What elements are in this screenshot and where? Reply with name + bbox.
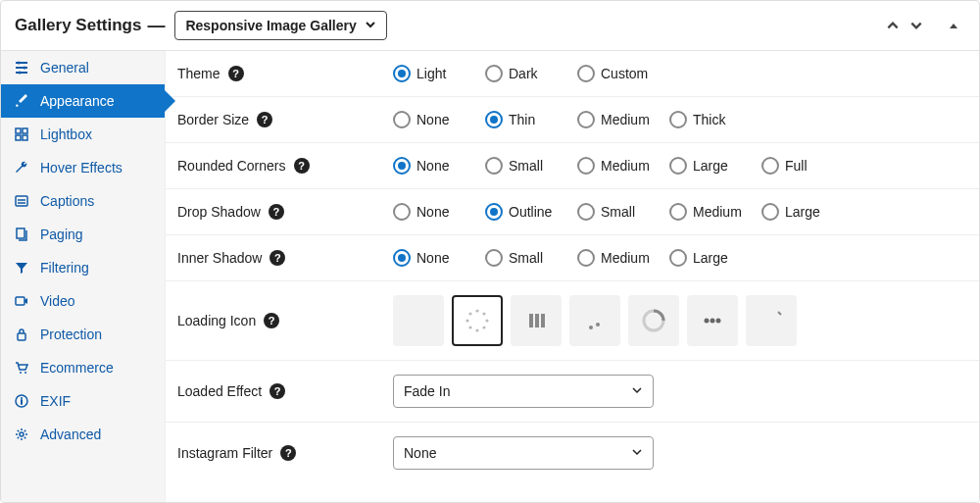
field-label: Rounded Corners	[177, 158, 286, 174]
sidebar-item-captions[interactable]: Captions	[1, 184, 165, 218]
sidebar-item-appearance[interactable]: Appearance	[1, 84, 165, 118]
radio-option[interactable]: Custom	[577, 65, 669, 82]
svg-point-1	[24, 67, 26, 70]
radio-icon	[393, 65, 411, 82]
loading-icon-corner[interactable]	[746, 295, 797, 346]
radio-option[interactable]: None	[393, 249, 485, 267]
info-icon	[13, 393, 30, 409]
radio-label: None	[416, 250, 449, 266]
loading-icon-bouncing-dots[interactable]	[569, 295, 620, 346]
select-value: Fade In	[404, 383, 450, 399]
loading-icon-ellipsis[interactable]	[687, 295, 738, 346]
radio-option[interactable]: Medium	[669, 203, 761, 221]
svg-point-26	[589, 326, 593, 329]
radio-option[interactable]: Small	[485, 249, 577, 267]
radio-option[interactable]: Large	[669, 157, 761, 175]
radio-icon	[485, 65, 503, 82]
radio-option[interactable]: Full	[761, 157, 854, 175]
row-loaded-effect: Loaded Effect ? Fade In	[166, 361, 979, 423]
svg-point-11	[20, 372, 22, 374]
move-down-icon[interactable]	[905, 19, 928, 32]
help-icon[interactable]: ?	[257, 112, 272, 127]
radio-icon	[669, 111, 687, 128]
radio-label: Small	[601, 204, 635, 220]
help-icon[interactable]: ?	[264, 313, 279, 328]
help-icon[interactable]: ?	[228, 66, 244, 81]
radio-option[interactable]: None	[393, 203, 485, 221]
sidebar-item-general[interactable]: General	[1, 51, 165, 84]
radio-option[interactable]: Light	[393, 65, 485, 82]
svg-rect-5	[16, 135, 21, 140]
svg-rect-24	[535, 314, 539, 327]
help-icon[interactable]: ?	[270, 250, 285, 266]
grid-icon	[13, 126, 30, 142]
sliders-icon	[13, 60, 30, 75]
loading-icon-tiles	[393, 295, 797, 346]
svg-rect-10	[18, 333, 25, 340]
radio-icon	[577, 203, 595, 221]
wrench-icon	[13, 160, 30, 176]
radio-option[interactable]: Outline	[485, 203, 577, 221]
sidebar-item-protection[interactable]: Protection	[1, 318, 165, 351]
radio-icon	[393, 111, 411, 128]
sidebar-item-hover-effects[interactable]: Hover Effects	[1, 151, 165, 184]
sidebar-item-lightbox[interactable]: Lightbox	[1, 118, 165, 151]
radio-option[interactable]: Large	[669, 249, 761, 267]
svg-point-14	[20, 432, 24, 436]
radio-option[interactable]: Dark	[485, 65, 577, 82]
field-label: Inner Shadow	[177, 250, 262, 266]
svg-point-2	[19, 72, 22, 75]
theme-options: LightDarkCustom	[393, 65, 967, 82]
loading-icon-ring[interactable]	[628, 295, 679, 346]
instagram-filter-select[interactable]: None	[393, 436, 654, 470]
radio-label: None	[416, 112, 449, 127]
radio-option[interactable]: Thick	[669, 111, 761, 128]
loading-icon-none[interactable]	[393, 295, 444, 346]
radio-option[interactable]: Medium	[577, 157, 669, 175]
move-up-icon[interactable]	[881, 19, 905, 32]
radio-label: Medium	[693, 204, 742, 220]
chevron-down-icon	[365, 18, 376, 33]
corners-options: NoneSmallMediumLargeFull	[393, 157, 967, 175]
sidebar-item-paging[interactable]: Paging	[1, 218, 165, 251]
filter-icon	[13, 260, 30, 276]
sidebar-item-advanced[interactable]: Advanced	[1, 418, 165, 451]
loading-icon-spinner-dots[interactable]	[452, 295, 503, 346]
radio-icon	[669, 249, 687, 267]
radio-option[interactable]: None	[393, 157, 485, 175]
sidebar-item-label: Filtering	[40, 260, 89, 276]
svg-point-29	[705, 319, 710, 324]
sidebar-item-exif[interactable]: EXIF	[1, 384, 165, 418]
help-icon[interactable]: ?	[269, 204, 284, 220]
loaded-effect-select[interactable]: Fade In	[393, 375, 654, 408]
radio-option[interactable]: Small	[577, 203, 669, 221]
radio-label: None	[416, 204, 449, 220]
sidebar: General Appearance Lightbox Hover Effect…	[1, 51, 166, 502]
help-icon[interactable]: ?	[270, 383, 285, 399]
loading-icon-bars[interactable]	[511, 295, 562, 346]
collapse-toggle[interactable]: —	[147, 16, 165, 36]
help-icon[interactable]: ?	[294, 158, 310, 174]
field-label: Loaded Effect	[177, 383, 262, 399]
field-label: Loading Icon	[177, 313, 256, 328]
radio-option[interactable]: Small	[485, 157, 577, 175]
panel-collapse-icon[interactable]	[942, 20, 965, 31]
radio-option[interactable]: Medium	[577, 111, 669, 128]
help-icon[interactable]: ?	[280, 445, 296, 461]
radio-label: Large	[785, 204, 820, 220]
chevron-down-icon	[631, 445, 643, 461]
sidebar-item-video[interactable]: Video	[1, 284, 165, 318]
sidebar-item-label: Video	[40, 293, 75, 309]
sidebar-item-ecommerce[interactable]: Ecommerce	[1, 351, 165, 384]
gallery-select-dropdown[interactable]: Responsive Image Gallery	[174, 11, 386, 40]
radio-option[interactable]: None	[393, 111, 485, 128]
radio-option[interactable]: Thin	[485, 111, 577, 128]
radio-label: Small	[509, 158, 543, 174]
radio-option[interactable]: Medium	[577, 249, 669, 267]
settings-panel: Gallery Settings — Responsive Image Gall…	[0, 0, 980, 503]
row-drop-shadow: Drop Shadow ? NoneOutlineSmallMediumLarg…	[166, 189, 979, 235]
sidebar-item-label: Paging	[40, 226, 83, 242]
radio-option[interactable]: Large	[761, 203, 854, 221]
gear-icon	[13, 427, 30, 442]
sidebar-item-filtering[interactable]: Filtering	[1, 251, 165, 284]
